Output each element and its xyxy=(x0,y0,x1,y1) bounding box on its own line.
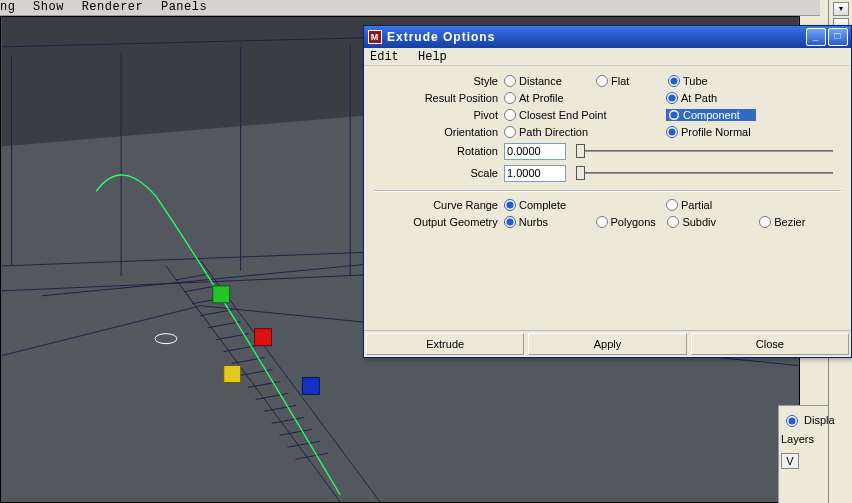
dialog-menu-help[interactable]: Help xyxy=(418,50,447,64)
apply-button[interactable]: Apply xyxy=(528,333,686,355)
geom-bezier-radio[interactable] xyxy=(759,216,771,228)
result-position-label: Result Position xyxy=(374,92,504,104)
curve-range-label: Curve Range xyxy=(374,199,504,211)
geom-polygons-radio[interactable] xyxy=(596,216,608,228)
close-button[interactable]: Close xyxy=(691,333,849,355)
scale-label: Scale xyxy=(374,167,504,179)
main-menu-item[interactable]: Show xyxy=(33,0,64,14)
minimize-button[interactable]: _ xyxy=(806,28,826,46)
result-at-path-radio[interactable] xyxy=(666,92,678,104)
orientation-path-radio[interactable] xyxy=(504,126,516,138)
display-radio[interactable] xyxy=(786,415,798,427)
svg-rect-29 xyxy=(255,329,272,346)
pivot-closest-radio[interactable] xyxy=(504,109,516,121)
side-panel: Displa Layers V xyxy=(778,405,828,503)
orientation-label: Orientation xyxy=(374,126,504,138)
rotation-slider[interactable] xyxy=(576,143,833,159)
display-label: Displa xyxy=(804,414,835,426)
main-menu-item[interactable]: Renderer xyxy=(82,0,144,14)
main-menu-item[interactable]: Panels xyxy=(161,0,207,14)
style-label: Style xyxy=(374,75,504,87)
divider xyxy=(374,190,841,192)
dialog-menubar[interactable]: Edit Help xyxy=(364,48,851,66)
orientation-profile-radio[interactable] xyxy=(666,126,678,138)
main-menu-item[interactable]: ng xyxy=(0,0,15,14)
curve-complete-radio[interactable] xyxy=(504,199,516,211)
dialog-titlebar[interactable]: M Extrude Options _ □ xyxy=(364,26,851,48)
pivot-label: Pivot xyxy=(374,109,504,121)
extrude-button[interactable]: Extrude xyxy=(366,333,524,355)
style-flat-radio[interactable] xyxy=(596,75,608,87)
dialog-menu-edit[interactable]: Edit xyxy=(370,50,399,64)
v-button[interactable]: V xyxy=(781,453,799,469)
scale-input[interactable] xyxy=(504,165,566,182)
rotation-label: Rotation xyxy=(374,145,504,157)
rotation-input[interactable] xyxy=(504,143,566,160)
dialog-title: Extrude Options xyxy=(387,30,495,44)
output-geometry-label: Output Geometry xyxy=(374,216,504,228)
svg-rect-31 xyxy=(302,378,319,395)
svg-rect-30 xyxy=(224,366,241,383)
geom-subdiv-radio[interactable] xyxy=(667,216,679,228)
dialog-body: Style Distance Flat Tube Result Position… xyxy=(364,66,851,330)
scale-slider[interactable] xyxy=(576,165,833,181)
svg-rect-28 xyxy=(213,286,230,303)
extrude-options-dialog: M Extrude Options _ □ Edit Help Style Di… xyxy=(363,25,852,358)
curve-partial-radio[interactable] xyxy=(666,199,678,211)
style-distance-radio[interactable] xyxy=(504,75,516,87)
main-menu-bar[interactable]: ng Show Renderer Panels xyxy=(0,0,820,16)
layers-label: Layers xyxy=(781,429,826,449)
geom-nurbs-radio[interactable] xyxy=(504,216,516,228)
pivot-component-radio[interactable] xyxy=(668,109,680,121)
dialog-app-icon: M xyxy=(368,30,382,44)
result-at-profile-radio[interactable] xyxy=(504,92,516,104)
dialog-button-row: Extrude Apply Close xyxy=(364,330,851,357)
maximize-button[interactable]: □ xyxy=(828,28,848,46)
style-tube-radio[interactable] xyxy=(668,75,680,87)
toolbar-btn-top[interactable]: ▾ xyxy=(833,2,849,16)
